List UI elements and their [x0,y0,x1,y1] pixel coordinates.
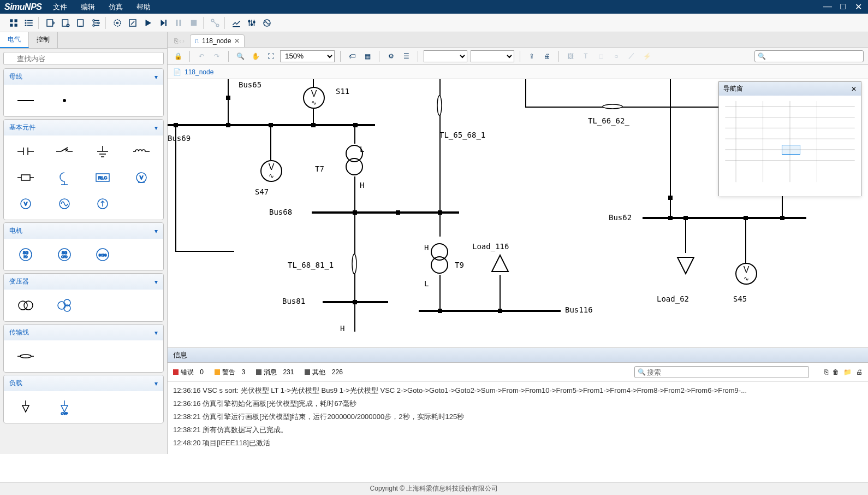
component-xfmr-3w[interactable] [47,294,82,317]
navigator-viewport[interactable] [782,145,800,155]
maximize-icon[interactable]: □ [837,2,848,12]
menu-help[interactable]: 帮助 [136,2,151,12]
nav-back-icon[interactable]: ‹ [179,37,181,45]
component-switch[interactable] [47,140,82,163]
category-transformer[interactable]: 变压器▾ [4,274,163,290]
component-tline[interactable] [8,345,44,368]
menu-edit[interactable]: 编辑 [81,2,95,12]
info-search-input[interactable] [634,366,809,378]
component-bus-line[interactable] [8,89,44,112]
source-s47[interactable]: V∿ [260,160,282,182]
circle-icon[interactable]: ○ [610,50,622,62]
category-machine[interactable]: 电机▾ [4,223,163,239]
zoom-select[interactable]: 150% [280,50,335,62]
copy-icon[interactable]: ⎘ [824,368,828,376]
component-bus-dot[interactable] [47,89,82,112]
component-resistor[interactable] [8,166,44,189]
tab-close-icon[interactable]: ✕ [234,37,240,45]
schematic-canvas[interactable]: Bus65 V∿ S11 Bus69 V∿ S47 L T7 [168,79,868,347]
rect-icon[interactable]: □ [595,50,607,62]
menu-sim[interactable]: 仿真 [109,2,123,12]
load-116[interactable] [491,254,509,276]
category-bus[interactable]: 母线▾ [4,69,163,85]
image-icon[interactable]: 🖼 [564,50,576,62]
trash-icon[interactable]: 🗑 [833,368,839,376]
component-xfmr-2w[interactable] [8,294,44,317]
pan-icon[interactable]: ✋ [249,50,261,62]
component-scig[interactable]: SCIG [85,243,121,266]
layout-list-icon[interactable] [23,17,35,29]
bolt-icon[interactable]: ⚡ [641,50,653,62]
lock-icon[interactable]: 🔒 [172,50,184,62]
category-transmission[interactable]: 传输线▾ [4,325,163,340]
navigator-minimap[interactable] [719,96,861,196]
tline-66-62[interactable] [602,102,623,111]
tab-electrical[interactable]: 电气 [0,32,29,48]
step-icon[interactable] [157,17,169,29]
component-load[interactable] [8,396,44,419]
sliders-icon[interactable] [246,17,258,29]
play-icon[interactable] [142,17,154,29]
component-voltmeter2[interactable]: V [8,192,44,215]
close-icon[interactable]: ✕ [853,2,864,12]
sidebar-search-input[interactable] [3,52,164,65]
filter-message[interactable]: 消息 231 [256,368,294,377]
component-ground[interactable] [85,140,121,163]
text-icon[interactable]: T [580,50,592,62]
build-icon[interactable] [111,17,123,29]
layers-icon[interactable]: ☰ [400,50,412,62]
bus68[interactable] [312,211,459,214]
pause-icon[interactable] [173,17,185,29]
nav-fwd-icon[interactable]: › [182,37,185,45]
project-open-icon[interactable] [60,17,72,29]
menu-file[interactable]: 文件 [53,2,67,12]
layer-combo[interactable] [424,50,467,62]
print-icon[interactable]: 🖨 [541,50,553,62]
canvas-search-input[interactable] [754,50,864,62]
redo-icon[interactable]: ↷ [211,50,223,62]
info-log[interactable]: 12:36:16 VSC s sort: 光伏模型 LT 1->光伏模型 Bus… [168,382,868,454]
component-voltmeter[interactable]: V [124,166,159,189]
tag-icon[interactable]: 🏷 [346,50,358,62]
tab-control[interactable]: 控制 [29,32,58,48]
component-capacitor[interactable] [8,140,44,163]
edit-icon[interactable] [127,17,139,29]
project-save-icon[interactable] [75,17,87,29]
minimize-icon[interactable]: — [822,2,833,12]
settings-icon[interactable] [90,17,102,29]
category-basic[interactable]: 基本元件▾ [4,120,163,135]
view-combo[interactable] [471,50,514,62]
source-s11[interactable]: V∿ [303,87,325,109]
transformer-t9[interactable] [429,242,450,275]
stop-icon[interactable] [188,17,200,29]
connector-icon[interactable] [209,17,221,29]
tline-68-81[interactable] [350,253,359,275]
component-sg-opd[interactable]: SGOPD [47,243,82,266]
fit-icon[interactable]: ⛶ [265,50,277,62]
navigator-close-icon[interactable]: ✕ [851,85,857,93]
filter-error[interactable]: 错误 0 [173,368,204,377]
scope-icon[interactable] [261,17,273,29]
filter-warning[interactable]: 警告 3 [215,368,245,377]
breadcrumb-label[interactable]: 118_node [185,68,213,76]
snap-icon[interactable]: ▦ [361,50,373,62]
project-new-icon[interactable] [44,17,56,29]
load-62[interactable] [676,253,695,275]
component-rlc[interactable]: RLC [85,166,121,189]
print-icon[interactable]: 🖨 [856,368,863,376]
component-inductor[interactable] [124,140,159,163]
category-load[interactable]: 负载▾ [4,375,163,391]
gear-icon[interactable]: ⚙ [385,50,397,62]
source-s45[interactable]: V∿ [735,263,757,285]
zoom-icon[interactable]: 🔍 [234,50,246,62]
folder-icon[interactable]: 📁 [843,368,852,376]
nav-home-icon[interactable]: ⎘ [174,37,178,45]
layout-grid-icon[interactable] [8,17,20,29]
component-source2[interactable] [47,166,82,189]
filter-other[interactable]: 其他 226 [305,368,342,377]
line-icon[interactable]: ／ [626,50,638,62]
chart-icon[interactable] [230,17,242,29]
component-ac-source[interactable] [47,192,82,215]
file-tab-118node[interactable]: ⎍ 118_node ✕ [190,34,245,47]
export-icon[interactable]: ⇪ [526,50,538,62]
